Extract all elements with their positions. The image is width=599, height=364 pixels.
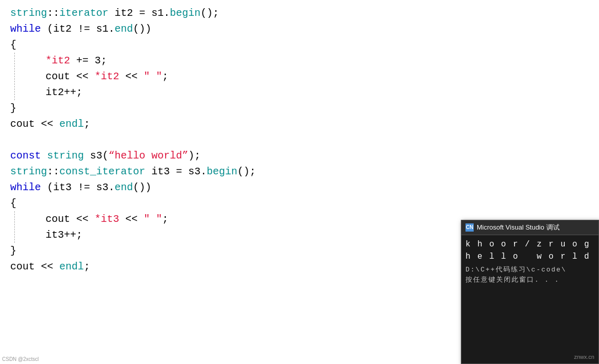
console-prompt: 按任意键关闭此窗口. . . <box>465 275 594 285</box>
empty-line-1 <box>10 132 599 148</box>
code-line-12: { <box>10 195 599 211</box>
token-string: string <box>10 5 47 21</box>
code-line-3: { <box>10 37 599 53</box>
console-title: Microsoft Visual Studio 调试 <box>477 222 560 233</box>
console-output-line-2: h e l l o w o r l d <box>465 251 594 263</box>
token-while: while <box>10 21 41 37</box>
code-line-11: while (it3 != s3.end()) <box>10 179 599 195</box>
code-editor: string::iterator it2 = s1.begin(); while… <box>0 0 599 364</box>
console-window: CN Microsoft Visual Studio 调试 k h o o r … <box>461 220 599 364</box>
code-line-6: it2++; <box>15 84 599 100</box>
console-titlebar: CN Microsoft Visual Studio 调试 <box>461 220 598 235</box>
code-line-7: } <box>10 100 599 116</box>
code-line-2: while (it2 != s1.end()) <box>10 21 599 37</box>
token-const: const <box>10 148 41 164</box>
console-icon: CN <box>465 223 474 232</box>
console-output-line-1: k h o o r / z r u o g <box>465 238 594 251</box>
code-line-10: string::const_iterator it3 = s3.begin(); <box>10 164 599 179</box>
code-line-1: string::iterator it2 = s1.begin(); <box>10 5 599 21</box>
footer-text: CSDN @2xctscl <box>2 356 39 362</box>
token-deref: *it2 <box>46 53 70 69</box>
code-line-8: cout << endl; <box>10 116 599 132</box>
watermark: znwx.cn <box>574 353 594 361</box>
code-line-5: cout << *it2 << " "; <box>15 69 599 84</box>
code-line-9: const string s3(“hello world”); <box>10 148 599 164</box>
watermark-text: znwx.cn <box>574 354 594 360</box>
console-body: k h o o r / z r u o g h e l l o w o r l … <box>461 235 598 363</box>
console-path: D:\C++代码练习\c-code\ <box>465 265 594 275</box>
csdn-footer: CSDN @2xctscl <box>0 354 41 365</box>
code-line-4: *it2 += 3; <box>15 53 599 69</box>
token-while-2: while <box>10 179 41 195</box>
